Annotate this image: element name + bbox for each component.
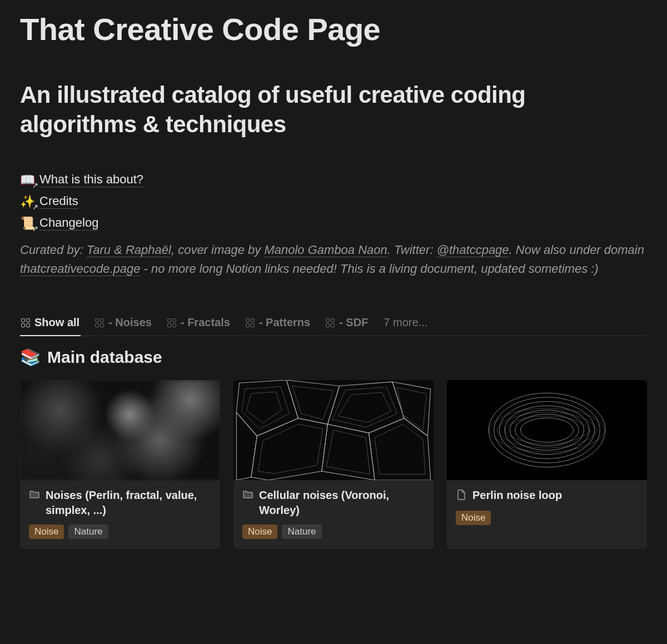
- card-thumbnail: [20, 380, 220, 480]
- link-domain[interactable]: thatcreativecode.page: [20, 262, 141, 276]
- arrow-icon: ↗: [32, 203, 38, 211]
- link-curators[interactable]: Taru & Raphaël: [87, 243, 171, 257]
- card-title: Cellular noises (Voronoi, Worley): [259, 488, 425, 518]
- database-header: 📚 Main database: [20, 347, 647, 367]
- card-tags: Noise Nature: [242, 525, 425, 539]
- sparkles-icon: ✨↗: [20, 194, 35, 209]
- book-icon: 📖↗: [20, 173, 35, 187]
- more-tabs-button[interactable]: 7 more...: [382, 312, 429, 336]
- tab-show-all[interactable]: Show all: [20, 312, 81, 336]
- tab-label: - Patterns: [259, 316, 310, 329]
- card-cellular[interactable]: Cellular noises (Voronoi, Worley) Noise …: [233, 380, 434, 549]
- link-cover-author[interactable]: Manolo Gamboa Naon: [264, 243, 387, 257]
- card-title: Noises (Perlin, fractal, value, simplex,…: [46, 488, 211, 518]
- tab-sdf[interactable]: - SDF: [325, 312, 369, 336]
- link-about[interactable]: 📖↗ What is this about?: [20, 172, 647, 187]
- link-label: What is this about?: [39, 172, 143, 187]
- link-label: Changelog: [39, 216, 98, 231]
- card-perlin-loop[interactable]: Perlin noise loop Noise: [447, 380, 647, 549]
- tab-label: - Noises: [108, 316, 152, 329]
- link-credits[interactable]: ✨↗ Credits: [20, 194, 647, 209]
- books-icon: 📚: [20, 347, 41, 367]
- page-icon: [456, 489, 467, 504]
- page-subtitle: An illustrated catalog of useful creativ…: [20, 81, 647, 139]
- page-title: That Creative Code Page: [20, 11, 647, 47]
- gallery-icon: [167, 318, 176, 327]
- card-grid: Noises (Perlin, fractal, value, simplex,…: [20, 380, 647, 549]
- tab-label: Show all: [34, 316, 79, 329]
- folder-icon: [29, 489, 40, 504]
- tab-patterns[interactable]: - Patterns: [245, 312, 311, 336]
- credits-paragraph: Curated by: Taru & Raphaël, cover image …: [20, 241, 647, 278]
- nav-links: 📖↗ What is this about? ✨↗ Credits 📜↗ Cha…: [20, 172, 647, 231]
- card-tags: Noise: [456, 511, 638, 525]
- card-title: Perlin noise loop: [472, 488, 562, 503]
- gallery-icon: [95, 318, 104, 327]
- tag-noise: Noise: [456, 511, 491, 525]
- svg-point-25: [532, 421, 561, 440]
- card-thumbnail: [447, 380, 647, 480]
- gallery-icon: [246, 318, 255, 327]
- link-label: Credits: [39, 194, 78, 209]
- tab-label: - SDF: [339, 316, 368, 329]
- tab-label: - Fractals: [181, 316, 230, 329]
- arrow-icon: ↗: [32, 181, 38, 189]
- scroll-icon: 📜↗: [20, 216, 35, 231]
- link-changelog[interactable]: 📜↗ Changelog: [20, 216, 647, 231]
- arrow-icon: ↗: [32, 224, 38, 233]
- database-title: Main database: [47, 348, 162, 367]
- link-twitter[interactable]: @thatccpage: [437, 243, 509, 257]
- view-tabs: Show all - Noises - Fractals - Patterns …: [20, 312, 647, 336]
- tag-noise: Noise: [242, 525, 277, 539]
- card-tags: Noise Nature: [29, 525, 211, 539]
- gallery-icon: [21, 318, 30, 327]
- tab-noises[interactable]: - Noises: [94, 312, 153, 336]
- tag-noise: Noise: [29, 525, 64, 539]
- gallery-icon: [326, 318, 335, 327]
- tag-nature: Nature: [68, 525, 108, 539]
- card-noises[interactable]: Noises (Perlin, fractal, value, simplex,…: [20, 380, 220, 549]
- tab-fractals[interactable]: - Fractals: [166, 312, 231, 336]
- tag-nature: Nature: [282, 525, 321, 539]
- folder-icon: [242, 489, 253, 504]
- card-thumbnail: [233, 380, 434, 480]
